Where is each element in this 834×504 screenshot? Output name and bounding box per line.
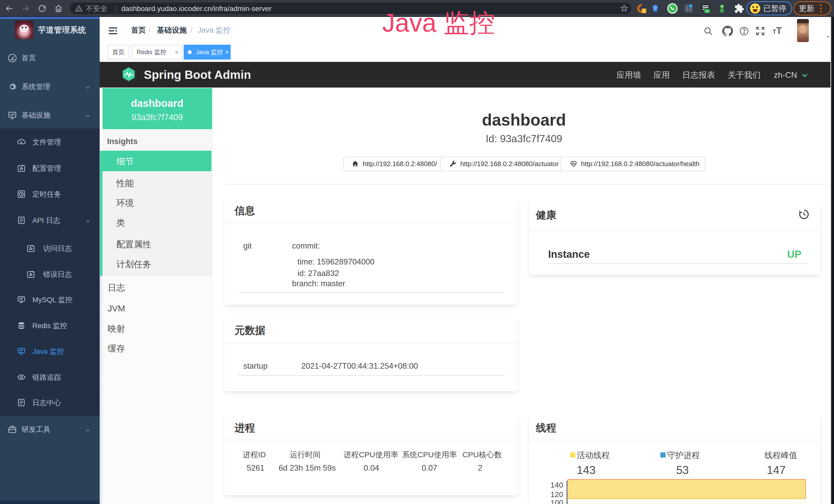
svg-text:1: 1 — [643, 9, 645, 13]
svg-text:on: on — [705, 9, 709, 13]
